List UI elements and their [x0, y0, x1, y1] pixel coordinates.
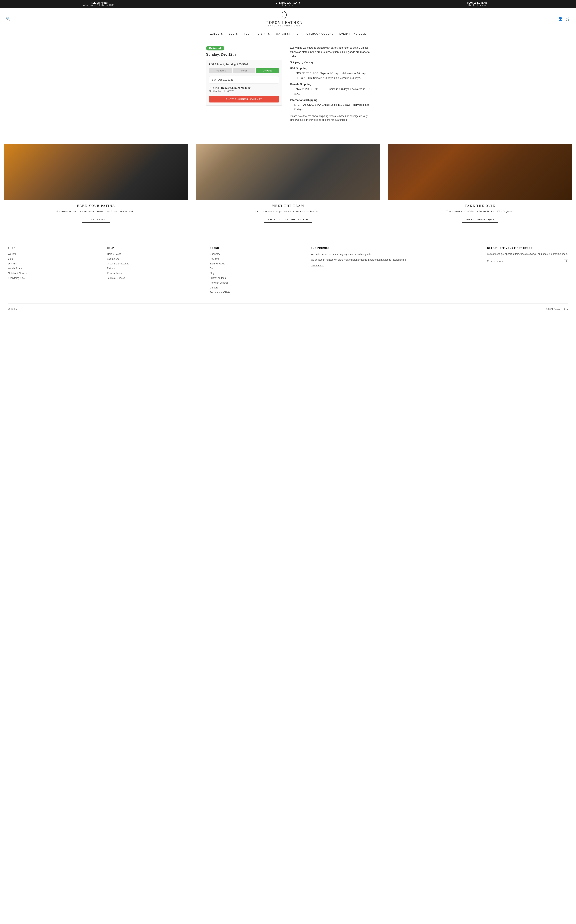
show-journey-button[interactable]: SHOW SHIPMENT JOURNEY [209, 96, 279, 103]
footer-help-privacy[interactable]: Privacy Policy [107, 272, 122, 274]
banner-warranty: LIFETIME WARRANTY 90 Day Returns [194, 2, 383, 6]
account-icon[interactable]: 👤 [558, 17, 563, 21]
banner-shipping: FREE SHIPPING All orders over 75$ (Canad… [4, 2, 194, 6]
site-header: 🔍 POPOV LEATHER HANDMADE SINCE 2013 👤 🛒 [0, 8, 576, 30]
footer-help-column: HELP Help & FAQs Contact Us Order Status… [107, 247, 129, 295]
search-icon[interactable]: 🔍 [6, 17, 10, 21]
footer-shop-belts[interactable]: Belts [8, 257, 13, 260]
nav-everything-else[interactable]: EVERYTHING ELSE [339, 32, 366, 35]
footer-promise-text-2: We believe in honest work and making lea… [310, 258, 406, 262]
promo-team-description: Learn more about the people who make you… [196, 210, 380, 214]
international-shipping-list: INTERNATIONAL STANDARD: Ships in 1-3 day… [290, 103, 370, 112]
canada-shipping-list: CANADA POST EXPEDITED: Ships in 1-3 days… [290, 87, 370, 96]
tracking-event-status: Delivered, In/At Mailbox [221, 87, 251, 90]
promo-team-button[interactable]: THE STORY OF POPOV LEATHER [264, 217, 312, 223]
tracking-steps: Pre transit Transit Delivered [209, 68, 279, 73]
nav-tech[interactable]: TECH [244, 32, 252, 35]
banner-shipping-title: FREE SHIPPING [4, 2, 194, 4]
main-navigation: WALLETS BELTS TECH DIY KITS WATCH STRAPS… [0, 30, 576, 38]
nav-notebook-covers[interactable]: NOTEBOOK COVERS [304, 32, 333, 35]
footer-brand-heading: BRAND [210, 247, 230, 249]
logo-subtitle: HANDMADE SINCE 2013 [266, 25, 302, 27]
logo[interactable]: POPOV LEATHER HANDMADE SINCE 2013 [266, 11, 302, 27]
footer-shop-wallets[interactable]: Wallets [8, 253, 16, 255]
promo-quiz-button[interactable]: POCKET PROFILE QUIZ [462, 217, 499, 223]
footer-brand-careers[interactable]: Careers [210, 286, 218, 289]
top-banner: FREE SHIPPING All orders over 75$ (Canad… [0, 0, 576, 8]
footer-bottom: USD $ ▾ © 2021 Popov Leather [8, 303, 568, 310]
tracking-event: 7:14 PM Delivered, In/At Mailbox Schille… [209, 85, 279, 94]
main-content: Delivered Sunday, Dec 12th USPS Priority… [198, 38, 378, 132]
tracking-number: USPS Priority Tracking: 867-5309 [209, 63, 279, 66]
footer-shop-diy-kits[interactable]: DIY Kits [8, 262, 17, 265]
tracking-section: Delivered Sunday, Dec 12th USPS Priority… [206, 46, 282, 124]
footer-promise-text-1: We pride ourselves on making high-qualit… [310, 252, 406, 256]
promo-team-image [196, 144, 380, 200]
cart-icon[interactable]: 🛒 [566, 17, 570, 21]
footer-brand-blog[interactable]: Blog [210, 272, 214, 274]
footer-help-terms[interactable]: Terms of Service [107, 277, 125, 279]
promo-team-title: MEET THE TEAM [196, 204, 380, 208]
usa-shipping-heading: USA Shipping [290, 67, 370, 70]
newsletter-submit-button[interactable] [564, 259, 568, 264]
footer-brand-our-story[interactable]: Our Story [210, 253, 220, 255]
promo-patina-description: Get rewarded and gain full access to exc… [4, 210, 188, 214]
newsletter-email-input[interactable] [487, 260, 564, 263]
footer-brand-affiliate[interactable]: Become an Affiliate [210, 291, 230, 294]
footer-help-order-status[interactable]: Order Status Lookup [107, 262, 129, 265]
promo-patina-image [4, 144, 188, 200]
nav-watch-straps[interactable]: WATCH STRAPS [276, 32, 298, 35]
footer-shop-everything-else[interactable]: Everything Else [8, 277, 25, 279]
footer-newsletter-description: Subscribe to get special offers, free gi… [487, 252, 568, 256]
banner-shipping-subtitle: All orders over 75$ (Canada $125) [4, 4, 194, 6]
step-transit: Transit [233, 68, 255, 73]
promo-patina-button[interactable]: JOIN FOR FREE [82, 217, 110, 223]
footer-brand-submit-idea[interactable]: Submit an Idea [210, 277, 226, 279]
currency-selector[interactable]: USD $ ▾ [8, 308, 17, 310]
footer-promise-column: OUR PROMISE We pride ourselves on making… [310, 247, 406, 295]
footer-brand-earn-rewards[interactable]: Earn Rewards [210, 262, 225, 265]
nav-belts[interactable]: BELTS [229, 32, 238, 35]
usa-shipping-list: USPS FIRST CLASS: Ships in 1-3 days + de… [290, 71, 370, 80]
footer-brand-reviews[interactable]: Reviews [210, 257, 219, 260]
banner-warranty-title: LIFETIME WARRANTY [194, 2, 383, 4]
delivery-date: Sunday, Dec 12th [206, 53, 282, 57]
international-shipping-heading: International Shipping [290, 98, 370, 101]
tracking-box: USPS Priority Tracking: 867-5309 Pre tra… [206, 59, 282, 106]
footer-help-list: Help & FAQs Contact Us Order Status Look… [107, 252, 129, 279]
footer-help-returns[interactable]: Returns [107, 267, 115, 270]
canada-shipping-heading: Canada Shipping [290, 83, 370, 86]
promo-quiz: TAKE THE QUIZ There are 6 types of Popov… [384, 144, 576, 229]
international-shipping-item-1: INTERNATIONAL STANDARD: Ships in 1-3 day… [294, 103, 370, 112]
site-footer: SHOP Wallets Belts DIY Kits Watch Straps… [0, 237, 576, 316]
footer-help-faqs[interactable]: Help & FAQs [107, 253, 121, 255]
promo-team: MEET THE TEAM Learn more about the peopl… [192, 144, 384, 229]
footer-newsletter-heading: GET 10% OFF YOUR FIRST ORDER [487, 247, 568, 249]
step-pre-transit: Pre transit [209, 68, 232, 73]
footer-shop-list: Wallets Belts DIY Kits Watch Straps Note… [8, 252, 27, 279]
nav-diy-kits[interactable]: DIY KITS [258, 32, 270, 35]
delivery-status-badge: Delivered [206, 46, 224, 50]
currency-label: USD $ [8, 308, 15, 310]
canada-shipping-item-1: CANADA POST EXPEDITED: Ships in 1-3 days… [294, 87, 370, 96]
footer-newsletter-column: GET 10% OFF YOUR FIRST ORDER Subscribe t… [487, 247, 568, 295]
footer-brand-quiz[interactable]: Quiz [210, 267, 214, 270]
tracking-date: Sun, Dec 12, 2021 [209, 76, 279, 83]
footer-brand-horween[interactable]: Horween Leather [210, 281, 228, 284]
logo-icon [266, 11, 302, 20]
promo-quiz-description: There are 6 types of Popov Pocket Profil… [388, 210, 572, 214]
footer-help-contact[interactable]: Contact Us [107, 257, 119, 260]
footer-shop-watch-straps[interactable]: Watch Straps [8, 267, 22, 270]
promo-patina: EARN YOUR PATINA Get rewarded and gain f… [0, 144, 192, 229]
header-search[interactable]: 🔍 [6, 17, 10, 21]
nav-wallets[interactable]: WALLETS [210, 32, 223, 35]
promo-quiz-image [388, 144, 572, 200]
footer-grid: SHOP Wallets Belts DIY Kits Watch Straps… [8, 247, 568, 295]
footer-promise-link[interactable]: Learn more. [310, 264, 323, 266]
promo-quiz-title: TAKE THE QUIZ [388, 204, 572, 208]
banner-reviews: PEOPLE LOVE US Over 6,600 Reviews [382, 2, 572, 6]
footer-shop-notebook-covers[interactable]: Notebook Covers [8, 272, 27, 274]
shipping-info: Everything we make is crafted with caref… [290, 46, 370, 124]
step-delivered: Delivered [256, 68, 279, 73]
footer-shop-heading: SHOP [8, 247, 27, 249]
